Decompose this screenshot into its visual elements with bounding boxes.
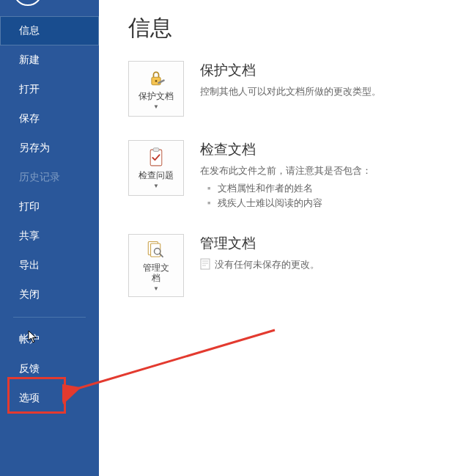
sidebar-item-save[interactable]: 保存 xyxy=(0,104,99,133)
button-label: 管理文 档 xyxy=(143,263,169,284)
svg-rect-5 xyxy=(151,244,160,257)
content-area: 信息 保护文档 ▼ 保护文档 控制其他人可以对此文档所做的更改类型。 xyxy=(99,0,458,476)
sidebar-item-print[interactable]: 打印 xyxy=(0,192,99,221)
check-issues-button[interactable]: 检查问题 ▼ xyxy=(128,140,184,196)
sidebar-nav-top: 信息 新建 打开 保存 另存为 历史记录 打印 共享 导出 关闭 xyxy=(0,16,99,310)
section-desc: 没有任何未保存的更改。 xyxy=(200,257,320,272)
sidebar-item-label: 帐户 xyxy=(19,333,40,345)
manage-document-button[interactable]: 管理文 档 ▼ xyxy=(128,234,184,297)
sidebar-item-label: 另存为 xyxy=(19,142,50,153)
sidebar-item-saveas[interactable]: 另存为 xyxy=(0,133,99,163)
sidebar-item-label: 选项 xyxy=(19,392,40,403)
chevron-down-icon: ▼ xyxy=(153,103,159,110)
sidebar-item-export[interactable]: 导出 xyxy=(0,251,99,280)
section-inspect: 检查问题 ▼ 检查文档 在发布此文件之前，请注意其是否包含： 文档属性和作者的姓… xyxy=(128,140,458,210)
sidebar-item-label: 打印 xyxy=(19,200,40,212)
back-button[interactable] xyxy=(0,0,99,7)
sidebar-item-new[interactable]: 新建 xyxy=(0,45,99,75)
sidebar-nav-bottom: 帐户 反馈 选项 xyxy=(0,325,99,413)
inspect-bullet: 残疾人士难以阅读的内容 xyxy=(207,196,372,210)
clipboard-check-icon xyxy=(147,147,166,169)
section-desc: 在发布此文件之前，请注意其是否包含： 文档属性和作者的姓名 残疾人士难以阅读的内… xyxy=(200,164,372,210)
sidebar-item-account[interactable]: 帐户 xyxy=(0,325,99,354)
sidebar-item-label: 信息 xyxy=(19,24,40,36)
sidebar-item-options[interactable]: 选项 xyxy=(0,384,99,413)
manage-desc-text: 没有任何未保存的更改。 xyxy=(215,260,320,270)
sidebar-item-label: 共享 xyxy=(19,230,40,241)
sidebar-item-label: 导出 xyxy=(19,259,40,271)
inspect-bullets: 文档属性和作者的姓名 残疾人士难以阅读的内容 xyxy=(207,181,372,210)
inspect-lead: 在发布此文件之前，请注意其是否包含： xyxy=(200,166,372,176)
svg-point-1 xyxy=(155,80,158,82)
sidebar-item-label: 反馈 xyxy=(19,362,40,374)
sidebar-item-label: 保存 xyxy=(19,112,40,124)
chevron-down-icon: ▼ xyxy=(153,285,159,292)
section-title: 检查文档 xyxy=(200,140,372,159)
sidebar-item-feedback[interactable]: 反馈 xyxy=(0,354,99,384)
document-icon xyxy=(200,258,210,270)
section-manage: 管理文 档 ▼ 管理文档 没有任何未保存的更改。 xyxy=(128,234,458,297)
sidebar-item-open[interactable]: 打开 xyxy=(0,75,99,104)
section-desc: 控制其他人可以对此文档所做的更改类型。 xyxy=(200,84,381,99)
document-search-icon xyxy=(146,239,166,261)
section-protect: 保护文档 ▼ 保护文档 控制其他人可以对此文档所做的更改类型。 xyxy=(128,61,458,117)
inspect-bullet: 文档属性和作者的姓名 xyxy=(207,181,372,196)
sidebar-item-close[interactable]: 关闭 xyxy=(0,280,99,310)
page-title: 信息 xyxy=(128,13,458,43)
backstage-sidebar: 信息 新建 打开 保存 另存为 历史记录 打印 共享 导出 关闭 帐户 反馈 选… xyxy=(0,0,99,476)
svg-rect-3 xyxy=(153,148,159,152)
sidebar-item-label: 新建 xyxy=(19,54,40,65)
protect-document-button[interactable]: 保护文档 ▼ xyxy=(128,61,184,117)
button-label: 检查问题 xyxy=(138,171,174,181)
back-arrow-icon xyxy=(13,0,43,6)
chevron-down-icon: ▼ xyxy=(153,183,159,189)
sidebar-item-label: 打开 xyxy=(19,83,40,95)
section-title: 保护文档 xyxy=(200,61,381,80)
sidebar-item-info[interactable]: 信息 xyxy=(0,16,99,45)
sidebar-item-history: 历史记录 xyxy=(0,163,99,192)
sidebar-item-share[interactable]: 共享 xyxy=(0,221,99,251)
sidebar-separator xyxy=(13,317,86,318)
sidebar-item-label: 历史记录 xyxy=(19,171,60,183)
svg-rect-7 xyxy=(201,259,210,269)
button-label: 保护文档 xyxy=(138,92,174,102)
sidebar-item-label: 关闭 xyxy=(19,288,40,300)
section-title: 管理文档 xyxy=(200,234,320,253)
lock-icon xyxy=(146,67,166,89)
